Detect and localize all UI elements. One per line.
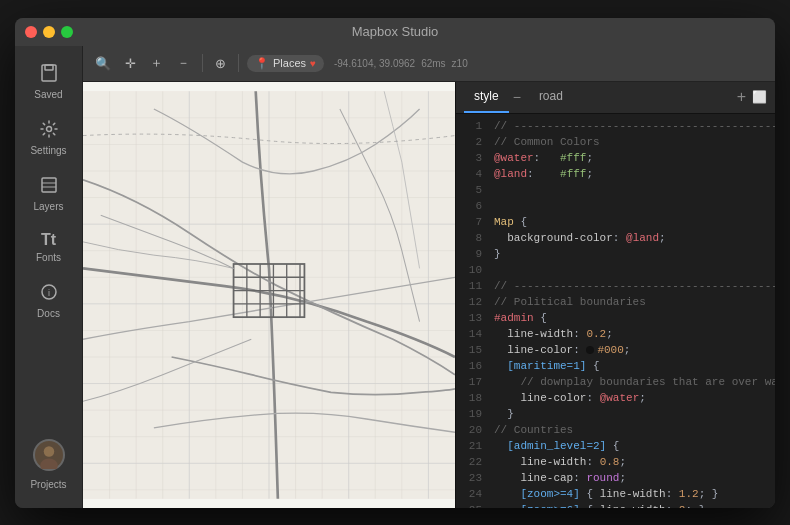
code-line-21: 21 [admin_level=2] { (456, 438, 775, 454)
zoom-out-button[interactable]: － (173, 52, 194, 74)
line-num-24: 24 (460, 486, 482, 502)
line-content-20: // Countries (494, 422, 771, 438)
line-num-8: 8 (460, 230, 482, 246)
heart-icon: ♥ (310, 58, 316, 69)
app-window: Mapbox Studio Saved (15, 18, 775, 508)
code-line-17: 17 // downplay boundaries that are over … (456, 374, 775, 390)
editor-panel: style − road + ⬜ 1 // (455, 82, 775, 508)
line-content-5 (494, 182, 771, 198)
code-line-24: 24 [zoom>=4] { line-width: 1.2; } (456, 486, 775, 502)
toolbar: 🔍 ✛ ＋ － ⊕ 📍 Places ♥ -94.6104, 39.0962 6… (83, 46, 775, 82)
content-area: 🔍 ✛ ＋ － ⊕ 📍 Places ♥ -94.6104, 39.0962 6… (83, 46, 775, 508)
main-layout: Saved Settings (15, 46, 775, 508)
line-num-13: 13 (460, 310, 482, 326)
line-num-15: 15 (460, 342, 482, 358)
crosshair-button[interactable]: ✛ (121, 54, 140, 73)
line-content-15: line-color: #000; (494, 342, 771, 358)
line-num-18: 18 (460, 390, 482, 406)
docs-icon: i (40, 283, 58, 304)
code-line-13: 13 #admin { (456, 310, 775, 326)
sidebar-item-docs[interactable]: i Docs (15, 273, 82, 329)
svg-point-2 (46, 126, 51, 131)
line-num-22: 22 (460, 454, 482, 470)
places-label: Places (273, 57, 306, 69)
line-content-10 (494, 262, 771, 278)
window-title: Mapbox Studio (352, 24, 439, 39)
line-content-16: [maritime=1] { (494, 358, 771, 374)
line-num-9: 9 (460, 246, 482, 262)
code-line-20: 20 // Countries (456, 422, 775, 438)
svg-rect-3 (42, 178, 56, 192)
line-content-18: line-color: @water; (494, 390, 771, 406)
line-num-20: 20 (460, 422, 482, 438)
line-num-5: 5 (460, 182, 482, 198)
line-num-7: 7 (460, 214, 482, 230)
toolbar-divider-1 (202, 54, 203, 72)
code-line-4: 4 @land: #fff; (456, 166, 775, 182)
minimize-button[interactable] (43, 26, 55, 38)
map-editor-split: style − road + ⬜ 1 // (83, 82, 775, 508)
line-content-2: // Common Colors (494, 134, 771, 150)
line-content-17: // downplay boundaries that are over wat… (494, 374, 775, 390)
line-content-14: line-width: 0.2; (494, 326, 771, 342)
toolbar-coords: -94.6104, 39.0962 (334, 58, 415, 69)
line-num-12: 12 (460, 294, 482, 310)
line-num-1: 1 (460, 118, 482, 134)
maximize-button[interactable] (61, 26, 73, 38)
line-content-21: [admin_level=2] { (494, 438, 771, 454)
code-line-19: 19 } (456, 406, 775, 422)
line-num-4: 4 (460, 166, 482, 182)
line-num-10: 10 (460, 262, 482, 278)
line-content-11: // -------------------------------------… (494, 278, 775, 294)
sidebar-item-saved[interactable]: Saved (15, 54, 82, 110)
tab-style-label: style (474, 89, 499, 103)
line-num-17: 17 (460, 374, 482, 390)
svg-rect-1 (45, 65, 53, 70)
sidebar-item-projects[interactable]: Projects (15, 429, 82, 500)
projects-label: Projects (30, 479, 66, 490)
line-content-24: [zoom>=4] { line-width: 1.2; } (494, 486, 771, 502)
close-button[interactable] (25, 26, 37, 38)
code-editor[interactable]: 1 // -----------------------------------… (456, 114, 775, 508)
code-line-6: 6 (456, 198, 775, 214)
sidebar-item-settings[interactable]: Settings (15, 110, 82, 166)
tab-road-label: road (539, 89, 563, 103)
line-content-8: background-color: @land; (494, 230, 771, 246)
search-button[interactable]: 🔍 (91, 54, 115, 73)
line-num-3: 3 (460, 150, 482, 166)
saved-label: Saved (34, 89, 62, 100)
code-line-9: 9 } (456, 246, 775, 262)
tab-add-button[interactable]: + (737, 88, 746, 106)
code-line-12: 12 // Political boundaries (456, 294, 775, 310)
pin-icon: 📍 (255, 57, 269, 70)
code-line-8: 8 background-color: @land; (456, 230, 775, 246)
places-pill[interactable]: 📍 Places ♥ (247, 55, 324, 72)
line-content-1: // -------------------------------------… (494, 118, 775, 134)
pan-button[interactable]: ⊕ (211, 54, 230, 73)
toolbar-zoom: z10 (452, 58, 468, 69)
tab-expand-button[interactable]: ⬜ (752, 90, 767, 104)
toolbar-ms: 62ms (421, 58, 445, 69)
line-content-13: #admin { (494, 310, 771, 326)
traffic-lights (25, 26, 73, 38)
tab-road[interactable]: road (529, 82, 573, 113)
line-content-25: [zoom>=6] { line-width: 2; } (494, 502, 771, 508)
code-line-22: 22 line-width: 0.8; (456, 454, 775, 470)
docs-label: Docs (37, 308, 60, 319)
code-line-3: 3 @water: #fff; (456, 150, 775, 166)
editor-tabs: style − road + ⬜ (456, 82, 775, 114)
line-content-3: @water: #fff; (494, 150, 771, 166)
map-area[interactable] (83, 82, 455, 508)
line-content-9: } (494, 246, 771, 262)
code-line-23: 23 line-cap: round; (456, 470, 775, 486)
line-content-7: Map { (494, 214, 771, 230)
tab-style[interactable]: style (464, 82, 509, 113)
fonts-label: Fonts (36, 252, 61, 263)
code-line-11: 11 // ----------------------------------… (456, 278, 775, 294)
sidebar-item-fonts[interactable]: Tt Fonts (15, 222, 82, 273)
zoom-in-button[interactable]: ＋ (146, 52, 167, 74)
line-content-23: line-cap: round; (494, 470, 771, 486)
tab-close-style[interactable]: − (513, 89, 521, 105)
sidebar-item-layers[interactable]: Layers (15, 166, 82, 222)
toolbar-divider-2 (238, 54, 239, 72)
